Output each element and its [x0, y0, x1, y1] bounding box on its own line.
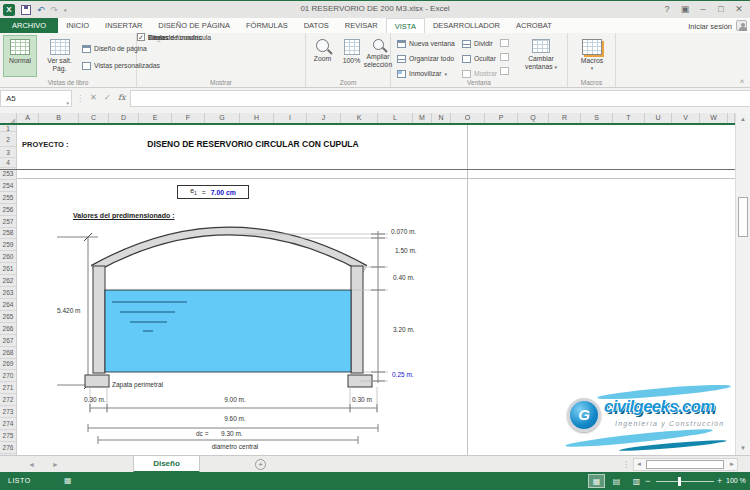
arrange-all-button[interactable]: Organizar todo — [397, 52, 454, 65]
column-header[interactable]: B — [39, 113, 79, 123]
page-break-preview-button[interactable]: Ver salt. Pág. — [39, 35, 80, 77]
macros-button[interactable]: Macros ▾ — [572, 35, 612, 77]
user-avatar-icon[interactable] — [736, 20, 747, 31]
group-label: Macros — [568, 79, 615, 86]
ribbon-tab[interactable]: DESARROLLADOR — [425, 18, 508, 33]
name-box-dropdown-icon[interactable]: ▾ — [66, 96, 69, 111]
normal-view-button[interactable]: Normal — [3, 35, 37, 77]
zoom-percentage[interactable]: 100 % — [726, 477, 746, 484]
view-side-by-side-icon[interactable] — [500, 39, 509, 47]
logo-brand-text: civilgeeks.com — [604, 397, 714, 416]
split-icon — [462, 40, 471, 48]
view-normal-button[interactable]: ▦ — [588, 474, 605, 488]
zoom-in-icon[interactable]: + — [717, 476, 722, 486]
new-window-button[interactable]: Nueva ventana — [397, 37, 455, 50]
ribbon-tab[interactable]: FÓRMULAS — [238, 18, 296, 33]
column-header[interactable]: O — [451, 113, 485, 123]
ribbon-tab[interactable]: REVISAR — [337, 18, 386, 33]
zoom-100-button[interactable]: 100% — [338, 35, 365, 77]
zoom-selection-icon — [373, 39, 384, 50]
group-macros: Macros ▾ Macros — [568, 33, 616, 87]
close-button[interactable]: ✕ — [730, 2, 748, 17]
hide-button[interactable]: Ocultar — [462, 52, 496, 65]
column-header[interactable]: H — [240, 113, 274, 123]
formula-input[interactable] — [130, 90, 750, 107]
column-header[interactable]: J — [307, 113, 341, 123]
zoom-slider-track[interactable] — [656, 481, 714, 482]
column-header[interactable]: U — [645, 113, 672, 123]
status-ready: LISTO — [8, 477, 31, 484]
column-header[interactable]: E — [139, 113, 172, 123]
help-icon[interactable]: ? — [658, 2, 676, 17]
new-window-icon — [397, 40, 406, 48]
column-header[interactable]: F — [172, 113, 205, 123]
column-header[interactable]: V — [672, 113, 700, 123]
collapse-ribbon-icon[interactable]: ˄ — [740, 78, 744, 85]
scroll-down-icon[interactable]: ▼ — [736, 442, 750, 455]
ribbon-tab[interactable]: DATOS — [296, 18, 337, 33]
select-all-corner[interactable]: ◢ — [0, 113, 17, 123]
column-header[interactable]: C — [79, 113, 109, 123]
new-sheet-button[interactable]: + — [255, 459, 266, 470]
column-header[interactable]: T — [613, 113, 645, 123]
group-zoom: Zoom 100% Ampliar selección Zoom — [306, 33, 391, 87]
column-header[interactable] — [728, 113, 735, 123]
column-header[interactable]: Q — [518, 113, 549, 123]
minimize-button[interactable]: – — [694, 2, 712, 17]
column-header[interactable]: R — [549, 113, 581, 123]
zoom-button[interactable]: Zoom — [308, 35, 337, 77]
split-button[interactable]: Dividir — [462, 37, 493, 50]
name-box[interactable]: A5 ▾ — [0, 90, 72, 107]
column-header[interactable]: A — [17, 113, 39, 123]
column-header[interactable]: L — [378, 113, 413, 123]
sheet-nav-left-icon[interactable]: ◄ — [28, 461, 35, 468]
ribbon-tab[interactable]: INICIO — [58, 18, 97, 33]
column-header[interactable]: W — [700, 113, 728, 123]
zoom-to-selection-button[interactable]: Ampliar selección — [366, 35, 390, 77]
view-page-break-button[interactable]: ▥ — [628, 474, 645, 488]
column-header[interactable]: M — [413, 113, 432, 123]
ribbon-tab[interactable]: ARCHIVO — [0, 18, 58, 33]
ribbon-tab[interactable]: INSERTAR — [97, 18, 150, 33]
synchronous-scrolling-icon[interactable] — [500, 53, 509, 61]
insert-function-icon[interactable]: fx — [118, 93, 125, 102]
sheet-tab-diseno[interactable]: Diseño — [133, 456, 200, 473]
horizontal-scroll-thumb[interactable] — [646, 460, 724, 469]
column-header[interactable]: I — [274, 113, 307, 123]
vertical-scroll-thumb[interactable] — [738, 197, 748, 237]
reset-window-position-icon[interactable] — [500, 67, 509, 75]
ribbon-tab[interactable]: ACROBAT — [508, 18, 560, 33]
sheet-nav-right-icon[interactable]: ► — [52, 461, 59, 468]
sign-in-link[interactable]: Iniciar sesión — [688, 22, 732, 31]
column-headers: ◢ ABCDEFGHIJKLMNOPQRSTUVW — [0, 113, 735, 125]
column-header[interactable]: K — [341, 113, 378, 123]
dim-inner-diameter: 9.00 m. — [205, 396, 265, 403]
horizontal-scrollbar[interactable]: ◄ ► — [633, 458, 738, 471]
macro-record-icon[interactable]: ▦ — [64, 476, 72, 485]
group-mostrar: ✓ Regla ✓ Líneas de cuadrícula ✓ Barra d… — [137, 33, 306, 87]
vertical-scrollbar[interactable]: ▲ ▼ — [735, 113, 750, 455]
column-header[interactable]: P — [485, 113, 518, 123]
maximize-button[interactable]: □ — [712, 2, 730, 17]
ribbon-options-icon[interactable]: ▣ — [676, 2, 694, 17]
ribbon-tab[interactable]: VISTA — [386, 18, 425, 33]
scroll-up-icon[interactable]: ▲ — [736, 113, 750, 126]
column-header[interactable]: D — [109, 113, 139, 123]
zoom-slider-thumb[interactable] — [678, 477, 681, 486]
scroll-left-icon[interactable]: ◄ — [634, 459, 644, 470]
group-label: Ventana — [391, 79, 567, 86]
dim-outer-diameter: 9.60 m. — [205, 415, 265, 422]
cancel-icon[interactable]: ✕ — [90, 93, 97, 102]
ribbon-tab[interactable]: DISEÑO DE PÁGINA — [150, 18, 238, 33]
view-page-layout-button[interactable]: ▤ — [608, 474, 625, 488]
enter-icon[interactable]: ✓ — [104, 93, 111, 102]
logo-mark: G — [567, 398, 601, 432]
column-header[interactable]: N — [432, 113, 451, 123]
column-header[interactable]: G — [205, 113, 240, 123]
column-header[interactable]: S — [581, 113, 613, 123]
sheet-canvas[interactable]: 1234 25325425525625725825926026126226326… — [0, 125, 735, 455]
scroll-right-icon[interactable]: ► — [727, 459, 737, 470]
switch-windows-button[interactable]: Cambiar ventanas ▾ — [519, 35, 563, 77]
show-option-checkbox[interactable]: ✓ Títulos — [137, 33, 168, 41]
zoom-out-icon[interactable]: − — [645, 476, 650, 486]
